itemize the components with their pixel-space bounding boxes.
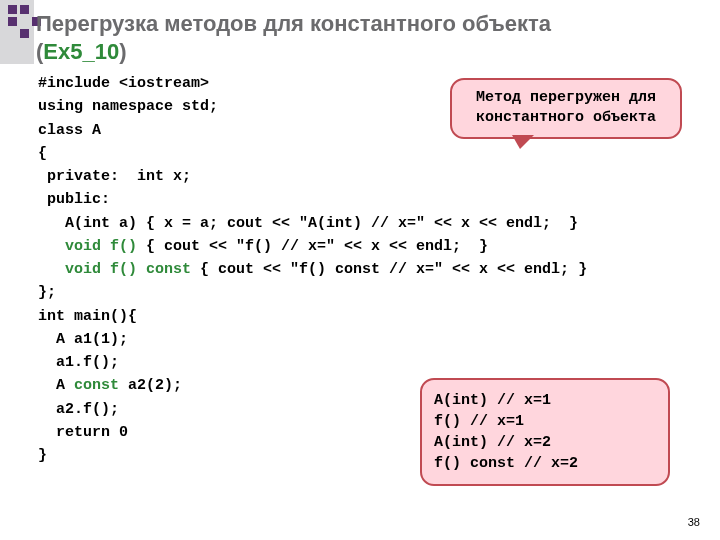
code-line: #include <iostream>: [38, 72, 678, 95]
code-line: {: [38, 142, 678, 165]
title-example: Ex5_10: [43, 39, 119, 64]
code-line: using namespace std;: [38, 95, 678, 118]
decoration-square: [8, 5, 17, 14]
code-indent: [38, 238, 65, 255]
code-text: a2(2);: [119, 377, 182, 394]
output-line: f() const // x=2: [434, 455, 578, 472]
code-line: private: int x;: [38, 165, 678, 188]
decoration-square: [20, 5, 29, 14]
title-close: ): [119, 39, 126, 64]
code-line: };: [38, 281, 678, 304]
output-box: A(int) // x=1 f() // x=1 A(int) // x=2 f…: [420, 378, 670, 486]
code-line: a1.f();: [38, 351, 678, 374]
code-line: A(int a) { x = a; cout << "A(int) // x="…: [38, 212, 678, 235]
code-keyword-void-f: void f(): [65, 261, 137, 278]
decoration-square: [8, 17, 17, 26]
output-line: f() // x=1: [434, 413, 524, 430]
code-text: { cout << "f() const // x=" << x << endl…: [191, 261, 587, 278]
code-indent: [38, 261, 65, 278]
code-text: A: [38, 377, 74, 394]
decoration-square: [20, 29, 29, 38]
code-line: int main(){: [38, 305, 678, 328]
code-text: { cout << "f() // x=" << x << endl; }: [137, 238, 488, 255]
code-keyword-void-f: void f(): [65, 238, 137, 255]
code-line: A a1(1);: [38, 328, 678, 351]
slide-title: Перегрузка методов для константного объе…: [36, 10, 710, 65]
code-line: void f() { cout << "f() // x=" << x << e…: [38, 235, 678, 258]
code-keyword-const: const: [74, 377, 119, 394]
code-line: class A: [38, 119, 678, 142]
page-number: 38: [688, 516, 700, 528]
code-text: [137, 261, 146, 278]
code-line: public:: [38, 188, 678, 211]
output-line: A(int) // x=1: [434, 392, 551, 409]
code-keyword-const: const: [146, 261, 191, 278]
title-main: Перегрузка методов для константного объе…: [36, 11, 551, 36]
output-line: A(int) // x=2: [434, 434, 551, 451]
code-line: void f() const { cout << "f() const // x…: [38, 258, 678, 281]
